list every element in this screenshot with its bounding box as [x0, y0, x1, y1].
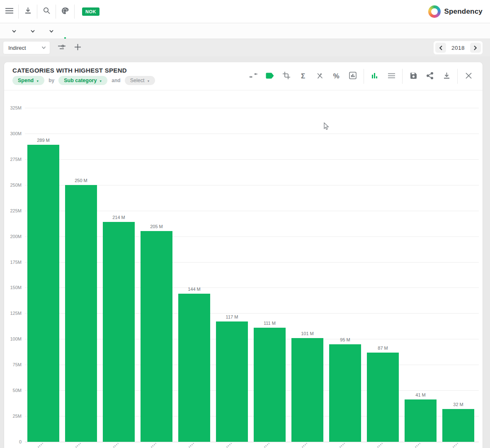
bar-value-label: 32 M	[442, 402, 474, 407]
brand: Spendency	[428, 5, 490, 18]
crop-icon	[283, 72, 290, 81]
bar-sub-category-8[interactable]	[291, 338, 323, 442]
bar-sub-category-12[interactable]	[442, 409, 474, 442]
and-label: and	[112, 78, 120, 83]
sigma-icon: Σ	[301, 72, 305, 80]
download-icon	[24, 7, 32, 16]
merge-arrows-button[interactable]	[245, 68, 262, 85]
chart-box-icon	[349, 72, 357, 81]
bar-value-label: 101 M	[291, 331, 323, 336]
tab-standard-spaces[interactable]	[3, 23, 22, 39]
search-icon	[43, 7, 50, 16]
group-pill-label: Sub category	[64, 78, 97, 83]
search-button[interactable]	[37, 0, 56, 23]
merge-arrows-icon	[249, 72, 257, 80]
year-label: 2018	[451, 45, 465, 51]
download-button[interactable]	[19, 0, 37, 23]
chevron-down-icon: ▼	[147, 80, 150, 83]
bar-sub-category-5[interactable]	[178, 294, 210, 442]
by-label: by	[49, 78, 54, 83]
bar-sub-category-9[interactable]	[329, 344, 361, 442]
chevron-down-icon	[31, 30, 35, 33]
currency-badge[interactable]: NOK	[82, 7, 99, 16]
tab-suppliers[interactable]	[71, 23, 82, 39]
y-axis: 325M300M275M250M225M200M175M150M125M100M…	[4, 108, 22, 442]
menu-icon	[5, 8, 13, 15]
chart-area: 325M300M275M250M225M200M175M150M125M100M…	[4, 90, 483, 448]
topbar-icon-strip: NOK	[0, 0, 99, 23]
bar-value-label: 117 M	[216, 314, 248, 319]
filter-bar: Indirect 2018	[0, 39, 490, 56]
chevron-down-icon	[49, 30, 53, 33]
bar-sub-category-4[interactable]	[141, 231, 172, 442]
bar-sub-category-10[interactable]	[367, 353, 399, 442]
chevron-down-icon	[42, 46, 46, 49]
measure-pill-label: Spend	[18, 78, 34, 83]
x-axis-label-cutoff	[38, 443, 43, 448]
add-widget-button[interactable]	[70, 41, 85, 54]
bar-chart-button[interactable]	[366, 68, 383, 85]
measure-pill[interactable]: Spend▼	[12, 76, 44, 85]
y-axis-tick-label: 225M	[4, 208, 22, 213]
chart-box-button[interactable]	[344, 68, 361, 85]
share-icon	[427, 72, 433, 81]
label-tag-icon	[266, 73, 274, 80]
y-axis-tick-label: 25M	[4, 414, 22, 419]
close-button[interactable]	[460, 68, 477, 85]
y-axis-tick-label: 50M	[4, 388, 22, 393]
y-axis-tick-label: 325M	[4, 105, 22, 110]
tab-shared-spaces[interactable]	[41, 23, 59, 39]
bar-value-label: 250 M	[65, 178, 97, 183]
y-axis-tick-label: 175M	[4, 260, 22, 265]
tab-gl-account[interactable]	[94, 23, 106, 39]
sigma-button[interactable]: Σ	[295, 68, 311, 85]
y-axis-tick-label: 250M	[4, 183, 22, 187]
tab-categories[interactable]	[59, 23, 71, 39]
dimension-select[interactable]: Indirect	[3, 41, 50, 54]
bar-value-label: 41 M	[405, 392, 437, 397]
list-icon	[388, 73, 395, 80]
plot-area: 289 M250 M214 M205 M144 M117 M111 M101 M…	[25, 108, 479, 442]
filter-button[interactable]	[54, 41, 70, 54]
x-axis-label-cutoff	[415, 443, 420, 448]
bar-sub-category-3[interactable]	[103, 222, 135, 442]
bar-sub-category-1[interactable]	[27, 145, 59, 442]
secondary-group-pill[interactable]: Select▼	[125, 76, 155, 85]
list-button[interactable]	[383, 68, 400, 85]
bar-value-label: 87 M	[367, 346, 399, 351]
palette-icon	[61, 7, 69, 16]
group-by-pill[interactable]: Sub category▼	[58, 76, 107, 85]
y-axis-tick-label: 125M	[4, 311, 22, 316]
close-icon	[466, 73, 472, 80]
bar-value-label: 95 M	[329, 337, 361, 342]
save-button[interactable]	[405, 68, 422, 85]
y-axis-tick-label: 75M	[4, 362, 22, 367]
save-icon	[410, 72, 417, 81]
menu-button[interactable]	[0, 0, 18, 23]
bar-sub-category-11[interactable]	[405, 399, 437, 442]
share-button[interactable]	[422, 68, 438, 85]
tab-my-spaces[interactable]	[22, 23, 41, 39]
toolbar-divider	[364, 69, 364, 84]
bar-value-label: 205 M	[141, 224, 172, 229]
chart-panel-header: CATEGORIES WITH HIGHEST SPEND Spend▼ by …	[4, 62, 483, 90]
bar-value-label: 111 M	[254, 321, 286, 326]
next-year-button[interactable]	[470, 43, 481, 53]
bar-sub-category-7[interactable]	[254, 328, 286, 442]
previous-year-button[interactable]	[435, 43, 446, 53]
chevron-right-icon	[474, 46, 477, 50]
main-nav	[0, 23, 490, 39]
x-axis-baseline	[25, 442, 479, 442]
bar-sub-category-6[interactable]	[216, 321, 248, 442]
no-sort-button[interactable]	[311, 68, 328, 85]
download-button[interactable]	[438, 68, 455, 85]
chevron-left-icon	[439, 46, 442, 50]
label-tag-button[interactable]	[262, 68, 278, 85]
theme-button[interactable]	[56, 0, 74, 23]
crop-button[interactable]	[278, 68, 295, 85]
bar-sub-category-2[interactable]	[65, 185, 97, 442]
no-sort-icon	[316, 72, 323, 81]
tab-transactions[interactable]	[82, 23, 94, 39]
percent-button[interactable]: %	[328, 68, 344, 85]
x-axis-label-cutoff	[189, 443, 194, 448]
